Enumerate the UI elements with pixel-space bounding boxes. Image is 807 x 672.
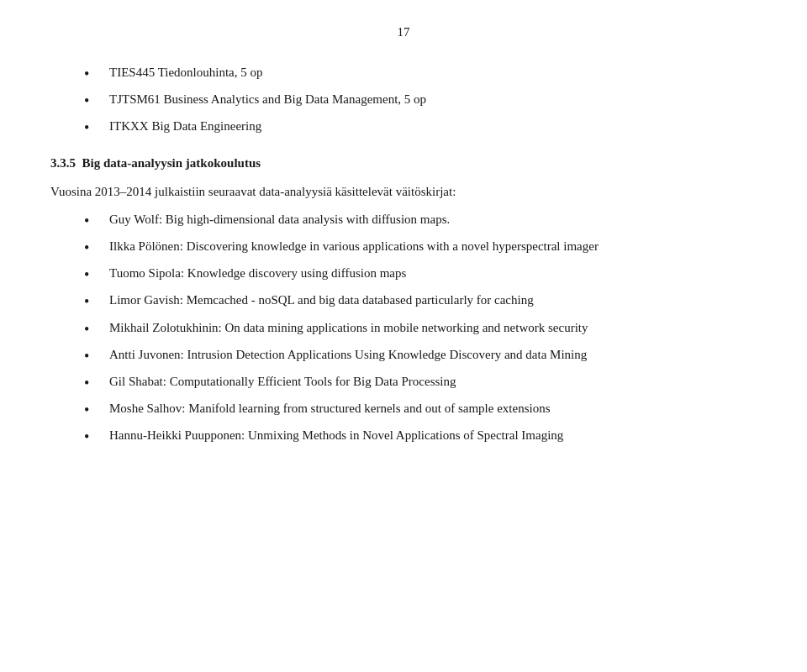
list-item: • ITKXX Big Data Engineering bbox=[50, 117, 757, 139]
bullet-text: Moshe Salhov: Manifold learning from str… bbox=[109, 399, 757, 418]
bullet-icon: • bbox=[84, 373, 103, 394]
top-bullet-list: • TIES445 Tiedonlouhinta, 5 op • TJTSM61… bbox=[50, 63, 757, 139]
list-item: • TIES445 Tiedonlouhinta, 5 op bbox=[50, 63, 757, 85]
bullet-text: Hannu-Heikki Puupponen: Unmixing Methods… bbox=[109, 426, 757, 445]
bullet-text: Antti Juvonen: Intrusion Detection Appli… bbox=[109, 345, 757, 365]
bullet-text: Gil Shabat: Computationally Efficient To… bbox=[109, 372, 757, 391]
bullet-icon: • bbox=[84, 291, 103, 312]
bullet-icon: • bbox=[84, 346, 103, 367]
list-item: • Guy Wolf: Big high-dimensional data an… bbox=[50, 210, 757, 232]
list-item: • Ilkka Pölönen: Discovering knowledge i… bbox=[50, 237, 757, 259]
bullet-text: ITKXX Big Data Engineering bbox=[109, 117, 757, 136]
bullet-text: Ilkka Pölönen: Discovering knowledge in … bbox=[109, 237, 757, 256]
phd-bullet-list: • Guy Wolf: Big high-dimensional data an… bbox=[50, 210, 757, 449]
bullet-icon: • bbox=[84, 238, 103, 259]
bullet-icon: • bbox=[84, 211, 103, 232]
section-heading: 3.3.5 Big data-analyysin jatkokoulutus bbox=[50, 156, 757, 171]
list-item: • Moshe Salhov: Manifold learning from s… bbox=[50, 399, 757, 421]
bullet-icon: • bbox=[84, 91, 103, 112]
list-item: • Mikhail Zolotukhinin: On data mining a… bbox=[50, 318, 757, 340]
page-number: 17 bbox=[50, 25, 757, 39]
section-block: 3.3.5 Big data-analyysin jatkokoulutus V… bbox=[50, 156, 757, 449]
bullet-text: Tuomo Sipola: Knowledge discovery using … bbox=[109, 264, 757, 283]
bullet-text: Limor Gavish: Memcached - noSQL and big … bbox=[109, 291, 757, 310]
list-item: • Limor Gavish: Memcached - noSQL and bi… bbox=[50, 291, 757, 312]
bullet-icon: • bbox=[84, 265, 103, 286]
list-item: • TJTSM61 Business Analytics and Big Dat… bbox=[50, 90, 757, 112]
bullet-text: Mikhail Zolotukhinin: On data mining app… bbox=[109, 318, 757, 338]
bullet-text: TIES445 Tiedonlouhinta, 5 op bbox=[109, 63, 757, 82]
bullet-icon: • bbox=[84, 64, 103, 85]
list-item: • Hannu-Heikki Puupponen: Unmixing Metho… bbox=[50, 426, 757, 448]
section-intro: Vuosina 2013–2014 julkaistiin seuraavat … bbox=[50, 182, 757, 202]
bullet-text: TJTSM61 Business Analytics and Big Data … bbox=[109, 90, 757, 109]
bullet-icon: • bbox=[84, 319, 103, 340]
bullet-text: Guy Wolf: Big high-dimensional data anal… bbox=[109, 210, 757, 229]
bullet-icon: • bbox=[84, 118, 103, 139]
bullet-icon: • bbox=[84, 400, 103, 421]
list-item: • Antti Juvonen: Intrusion Detection App… bbox=[50, 345, 757, 367]
bullet-icon: • bbox=[84, 427, 103, 448]
list-item: • Gil Shabat: Computationally Efficient … bbox=[50, 372, 757, 394]
list-item: • Tuomo Sipola: Knowledge discovery usin… bbox=[50, 264, 757, 286]
